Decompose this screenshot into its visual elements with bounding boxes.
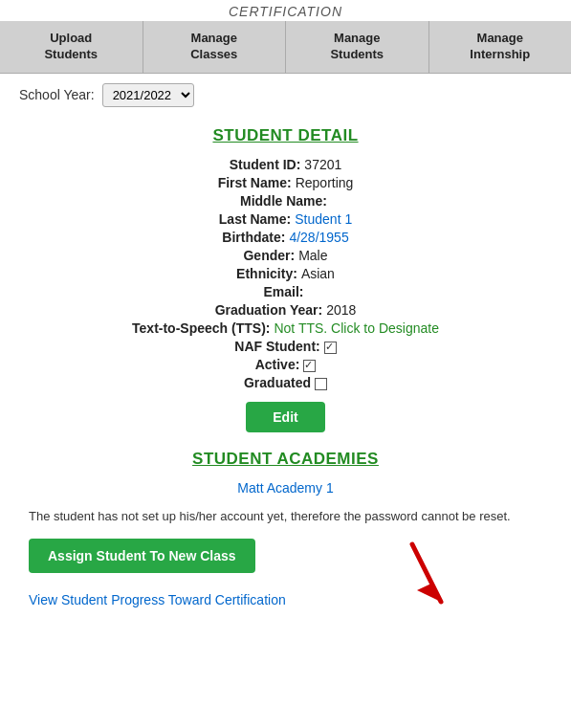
field-gender-value: Male <box>298 248 327 263</box>
field-gender-label: Gender: <box>243 248 295 263</box>
edit-button-wrap: Edit <box>29 402 542 432</box>
active-checkbox[interactable] <box>303 360 316 372</box>
field-graduation-year-value: 2018 <box>326 302 356 318</box>
tab-manage-classes[interactable]: ManageClasses <box>143 21 287 73</box>
field-graduation-year-label: Graduation Year: <box>215 302 323 318</box>
field-student-id-label: Student ID: <box>230 157 301 172</box>
field-last-name-label: Last Name: <box>219 211 291 227</box>
field-last-name: Last Name: Student 1 <box>29 211 542 227</box>
field-birthdate-label: Birthdate: <box>222 230 285 245</box>
graduated-checkbox[interactable] <box>315 378 327 390</box>
school-year-select[interactable]: 2021/2022 2020/2021 2019/2020 <box>102 83 194 107</box>
academy-name: Matt Academy 1 <box>29 480 542 496</box>
student-academies-heading: STUDENT ACADEMIES <box>29 450 542 469</box>
field-tts-value[interactable]: Not TTS. Click to Designate <box>274 320 438 336</box>
field-first-name: First Name: Reporting <box>29 175 542 190</box>
field-graduation-year: Graduation Year: 2018 <box>29 302 542 318</box>
field-first-name-value: Reporting <box>296 175 354 190</box>
red-arrow-icon <box>384 535 470 621</box>
student-detail-heading: STUDENT DETAIL <box>29 126 542 145</box>
tab-manage-internship[interactable]: ManageInternship <box>429 21 572 73</box>
password-reset-message: The student has not set up his/her accou… <box>29 507 542 526</box>
field-birthdate: Birthdate: 4/28/1955 <box>29 230 542 245</box>
main-content: STUDENT DETAIL Student ID: 37201 First N… <box>0 126 571 628</box>
student-detail-table: Student ID: 37201 First Name: Reporting … <box>29 157 542 390</box>
nav-tabs: UploadStudents ManageClasses ManageStude… <box>0 21 571 74</box>
school-year-label: School Year: <box>19 87 95 102</box>
field-gender: Gender: Male <box>29 248 542 263</box>
field-first-name-label: First Name: <box>218 175 292 190</box>
school-year-row: School Year: 2021/2022 2020/2021 2019/20… <box>0 74 571 117</box>
field-student-id-value: 37201 <box>304 157 341 172</box>
naf-student-checkbox[interactable] <box>324 342 337 354</box>
field-naf-student: NAF Student: <box>29 339 542 354</box>
field-email: Email: <box>29 284 542 299</box>
field-naf-student-label: NAF Student: <box>234 339 319 354</box>
field-naf-student-value[interactable] <box>324 339 337 354</box>
tab-manage-students[interactable]: ManageStudents <box>286 21 429 73</box>
field-active-value[interactable] <box>303 357 316 372</box>
field-student-id: Student ID: 37201 <box>29 157 542 172</box>
edit-button[interactable]: Edit <box>246 402 324 432</box>
field-middle-name: Middle Name: <box>29 193 542 209</box>
progress-link-row: View Student Progress Toward Certificati… <box>29 592 542 607</box>
field-email-label: Email: <box>263 284 303 299</box>
field-tts: Text-to-Speech (TTS): Not TTS. Click to … <box>29 320 542 336</box>
field-middle-name-label: Middle Name: <box>240 193 327 209</box>
field-last-name-value: Student 1 <box>295 211 352 227</box>
progress-link[interactable]: View Student Progress Toward Certificati… <box>29 592 286 607</box>
field-ethnicity: Ethnicity: Asian <box>29 266 542 281</box>
field-graduated-label: Graduated <box>244 375 311 390</box>
field-active: Active: <box>29 357 542 372</box>
field-graduated: Graduated <box>29 375 542 390</box>
field-ethnicity-label: Ethnicity: <box>236 266 297 281</box>
field-birthdate-value: 4/28/1955 <box>289 230 348 245</box>
field-active-label: Active: <box>255 357 300 372</box>
page-title: CERTIFICATION <box>0 0 571 21</box>
tab-upload-students[interactable]: UploadStudents <box>0 21 143 73</box>
field-graduated-value[interactable] <box>315 375 327 390</box>
field-ethnicity-value: Asian <box>301 266 335 281</box>
assign-student-button[interactable]: Assign Student To New Class <box>29 539 255 573</box>
field-tts-label: Text-to-Speech (TTS): <box>132 320 270 336</box>
